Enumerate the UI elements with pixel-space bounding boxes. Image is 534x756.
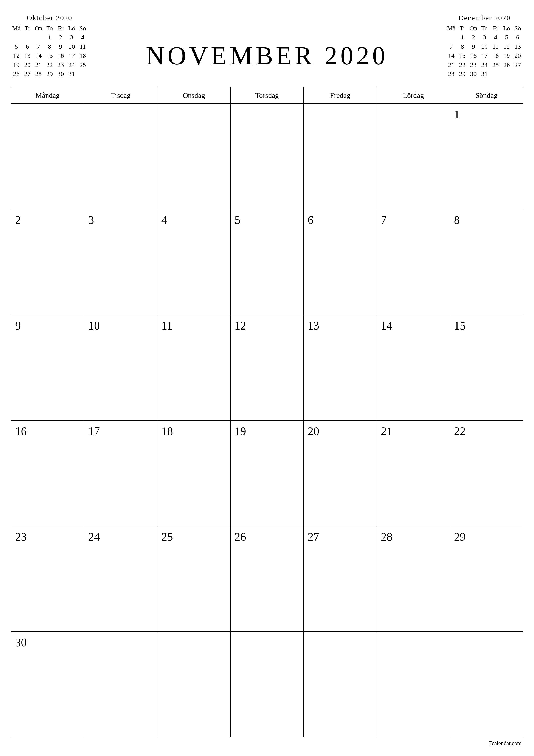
- mini-day-cell: 12: [11, 51, 22, 60]
- mini-day-cell: 20: [22, 61, 33, 69]
- mini-day-cell: 26: [501, 61, 512, 69]
- mini-day-cell: 16: [55, 51, 66, 60]
- calendar-day-cell: 21: [377, 420, 450, 526]
- mini-day-cell: 31: [66, 69, 77, 78]
- calendar-day-cell: 18: [157, 420, 230, 526]
- calendar-day-cell: 2: [11, 209, 84, 315]
- prev-month-grid: 1234567891011121314151617181920212223242…: [11, 33, 88, 78]
- mini-day-cell: 1: [44, 33, 55, 42]
- mini-day-cell: 3: [66, 33, 77, 42]
- mini-day-cell: 31: [479, 69, 490, 78]
- calendar-day-cell: [230, 632, 304, 737]
- next-month-mini-calendar: December 2020 MåTiOnToFrLöSö 12345678910…: [446, 13, 523, 78]
- mini-day-cell: 30: [55, 69, 66, 78]
- calendar-day-cell: 24: [84, 526, 157, 632]
- calendar-day-cell: 30: [11, 632, 84, 737]
- weekday-header: Fredag: [304, 87, 377, 104]
- mini-weekday: On: [468, 24, 479, 33]
- mini-day-cell: 18: [77, 51, 88, 60]
- calendar-day-cell: 14: [377, 315, 450, 420]
- mini-day-cell: 6: [512, 33, 523, 42]
- mini-day-cell: 19: [501, 51, 512, 60]
- mini-day-cell: 19: [11, 61, 22, 69]
- mini-day-cell: 23: [55, 61, 66, 69]
- mini-day-cell: 9: [468, 42, 479, 51]
- mini-weekday: Sö: [77, 24, 88, 33]
- mini-day-cell: 7: [33, 42, 44, 51]
- next-month-weekdays: MåTiOnToFrLöSö: [446, 24, 523, 33]
- mini-day-cell: [501, 69, 512, 78]
- calendar-day-cell: 3: [84, 209, 157, 315]
- calendar-day-cell: 17: [84, 420, 157, 526]
- mini-day-cell: [512, 69, 523, 78]
- mini-day-cell: 28: [33, 69, 44, 78]
- calendar-day-cell: [304, 104, 377, 209]
- mini-day-cell: 11: [490, 42, 501, 51]
- mini-day-cell: 13: [512, 42, 523, 51]
- mini-day-cell: 27: [22, 69, 33, 78]
- weekday-header-row: MåndagTisdagOnsdagTorsdagFredagLördagSön…: [11, 87, 523, 104]
- mini-weekday: Lö: [501, 24, 512, 33]
- mini-day-cell: 22: [457, 61, 468, 69]
- mini-weekday: Sö: [512, 24, 523, 33]
- mini-day-cell: 24: [479, 61, 490, 69]
- weekday-header: Söndag: [450, 87, 523, 104]
- mini-day-cell: 29: [457, 69, 468, 78]
- calendar-day-cell: [157, 632, 230, 737]
- mini-weekday: Ti: [457, 24, 468, 33]
- calendar-day-cell: 8: [450, 209, 523, 315]
- mini-day-cell: 9: [55, 42, 66, 51]
- mini-day-cell: 15: [457, 51, 468, 60]
- mini-weekday: Fr: [55, 24, 66, 33]
- calendar-day-cell: 12: [230, 315, 304, 420]
- calendar-day-cell: 22: [450, 420, 523, 526]
- mini-weekday: Fr: [490, 24, 501, 33]
- mini-day-cell: 1: [457, 33, 468, 42]
- weekday-header: Lördag: [377, 87, 450, 104]
- mini-day-cell: 25: [77, 61, 88, 69]
- calendar-row: 9101112131415: [11, 315, 523, 420]
- calendar-row: 30: [11, 632, 523, 737]
- calendar-day-cell: 4: [157, 209, 230, 315]
- mini-day-cell: 2: [468, 33, 479, 42]
- mini-day-cell: 11: [77, 42, 88, 51]
- calendar-day-cell: 15: [450, 315, 523, 420]
- mini-day-cell: [446, 33, 457, 42]
- calendar-day-cell: 6: [304, 209, 377, 315]
- calendar-row: 2345678: [11, 209, 523, 315]
- header: Oktober 2020 MåTiOnToFrLöSö 123456789101…: [11, 13, 523, 78]
- calendar-day-cell: 29: [450, 526, 523, 632]
- calendar-day-cell: [304, 632, 377, 737]
- calendar-row: 1: [11, 104, 523, 209]
- prev-month-title: Oktober 2020: [11, 13, 88, 23]
- mini-day-cell: 27: [512, 61, 523, 69]
- mini-day-cell: 29: [44, 69, 55, 78]
- mini-day-cell: 15: [44, 51, 55, 60]
- mini-day-cell: [22, 33, 33, 42]
- calendar-day-cell: 11: [157, 315, 230, 420]
- mini-day-cell: 17: [479, 51, 490, 60]
- footer-credit: 7calendar.com: [11, 738, 523, 746]
- mini-day-cell: 30: [468, 69, 479, 78]
- mini-day-cell: [490, 69, 501, 78]
- calendar-day-cell: [377, 632, 450, 737]
- mini-day-cell: 24: [66, 61, 77, 69]
- calendar-day-cell: 5: [230, 209, 304, 315]
- mini-day-cell: 6: [22, 42, 33, 51]
- mini-day-cell: 20: [512, 51, 523, 60]
- calendar-day-cell: 25: [157, 526, 230, 632]
- calendar-day-cell: 26: [230, 526, 304, 632]
- mini-day-cell: [33, 33, 44, 42]
- calendar-day-cell: 19: [230, 420, 304, 526]
- mini-day-cell: 8: [457, 42, 468, 51]
- mini-weekday: To: [44, 24, 55, 33]
- weekday-header: Måndag: [11, 87, 84, 104]
- mini-day-cell: 4: [77, 33, 88, 42]
- mini-weekday: To: [479, 24, 490, 33]
- mini-day-cell: 4: [490, 33, 501, 42]
- mini-day-cell: 17: [66, 51, 77, 60]
- calendar-day-cell: [157, 104, 230, 209]
- mini-day-cell: 10: [479, 42, 490, 51]
- mini-day-cell: 16: [468, 51, 479, 60]
- mini-weekday: On: [33, 24, 44, 33]
